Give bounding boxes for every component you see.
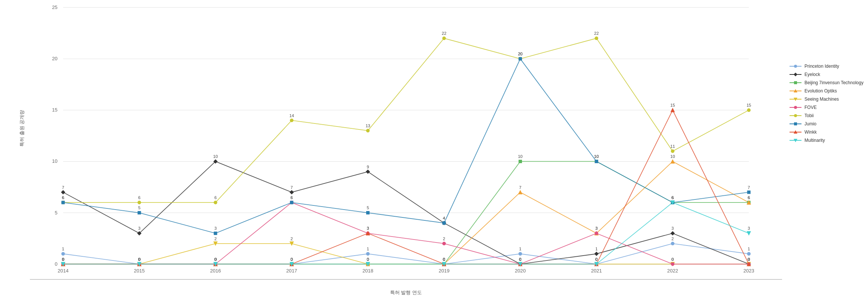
- legend-item: Jumio: [790, 121, 868, 126]
- svg-rect-168: [290, 201, 293, 204]
- svg-marker-225: [794, 73, 797, 76]
- svg-text:0: 0: [748, 257, 750, 262]
- svg-text:0: 0: [519, 257, 521, 262]
- svg-text:22: 22: [442, 31, 446, 36]
- svg-text:0: 0: [214, 257, 217, 262]
- svg-marker-220: [747, 231, 751, 235]
- svg-text:1: 1: [62, 247, 64, 251]
- svg-point-34: [519, 252, 522, 255]
- svg-text:10: 10: [213, 154, 218, 159]
- legend-marker-svg: [790, 80, 801, 85]
- chart-area: 특허 출원 공개량 특허 발행 연도 051015202520142015201…: [30, 7, 782, 280]
- legend-marker-svg: [790, 113, 801, 118]
- svg-text:6: 6: [214, 195, 217, 200]
- svg-text:13: 13: [365, 123, 370, 128]
- legend-label: Seeing Machines: [804, 97, 839, 102]
- legend-marker-svg: [790, 138, 801, 143]
- svg-point-132: [442, 242, 445, 245]
- svg-text:0: 0: [671, 257, 674, 262]
- svg-text:5: 5: [367, 205, 369, 210]
- legend-label: Multinarity: [804, 138, 825, 143]
- x-axis-label: 특허 발행 연도: [390, 289, 422, 296]
- svg-text:20: 20: [52, 56, 58, 61]
- svg-text:7: 7: [748, 185, 750, 190]
- svg-marker-58: [671, 231, 674, 235]
- svg-text:0: 0: [443, 257, 445, 262]
- svg-text:22: 22: [594, 31, 599, 36]
- svg-point-148: [290, 119, 293, 122]
- svg-rect-172: [442, 222, 445, 225]
- svg-text:25: 25: [52, 4, 58, 10]
- legend-item: Eyelock: [790, 72, 868, 77]
- svg-text:1: 1: [367, 247, 369, 251]
- svg-text:2016: 2016: [210, 268, 221, 274]
- svg-text:6: 6: [138, 195, 140, 200]
- svg-point-38: [671, 242, 674, 245]
- svg-point-146: [214, 201, 217, 204]
- svg-text:5: 5: [138, 205, 140, 210]
- svg-rect-227: [794, 81, 797, 84]
- legend-item: Multinarity: [790, 138, 868, 143]
- legend-marker-svg: [790, 64, 801, 69]
- svg-text:0: 0: [367, 257, 369, 262]
- svg-text:2015: 2015: [134, 268, 145, 274]
- svg-marker-42: [61, 190, 65, 194]
- svg-point-150: [367, 129, 370, 132]
- legend-marker-svg: [790, 121, 801, 126]
- legend-marker-svg: [790, 72, 801, 77]
- svg-text:0: 0: [138, 257, 140, 262]
- svg-text:2019: 2019: [439, 268, 450, 274]
- legend-item: Evolution Optiks: [790, 88, 868, 94]
- legend-label: Beijing 7invensun Technology: [804, 80, 864, 85]
- svg-point-158: [671, 150, 674, 153]
- svg-rect-74: [519, 160, 522, 163]
- svg-rect-164: [138, 211, 141, 214]
- svg-text:4: 4: [443, 216, 445, 220]
- svg-text:10: 10: [594, 154, 599, 159]
- svg-text:15: 15: [52, 107, 58, 113]
- svg-rect-176: [595, 160, 598, 163]
- svg-point-156: [595, 37, 598, 40]
- legend-marker-svg: [790, 129, 801, 135]
- legend-item: Beijing 7invensun Technology: [790, 80, 868, 85]
- svg-text:2: 2: [291, 237, 293, 241]
- legend-marker-svg: [790, 97, 801, 102]
- svg-text:20: 20: [518, 52, 522, 56]
- svg-rect-174: [519, 57, 522, 60]
- svg-point-136: [595, 232, 598, 235]
- legend-marker-svg: [790, 88, 801, 94]
- svg-point-144: [138, 201, 141, 204]
- svg-point-22: [62, 252, 65, 255]
- svg-point-40: [747, 252, 750, 255]
- legend-item: Princeton Identity: [790, 64, 868, 69]
- svg-text:3: 3: [214, 226, 217, 231]
- y-axis-label: 특허 출원 공개량: [19, 110, 25, 147]
- legend-label: FOVE: [804, 105, 817, 110]
- legend-label: Eyelock: [804, 72, 820, 77]
- svg-text:15: 15: [670, 103, 675, 107]
- chart-container: 특허 출원 공개량 특허 발행 연도 051015202520142015201…: [0, 0, 868, 302]
- svg-text:6: 6: [748, 195, 750, 200]
- legend-label: Tobii: [804, 113, 814, 118]
- svg-point-30: [367, 252, 370, 255]
- svg-rect-166: [214, 232, 217, 235]
- svg-text:3: 3: [595, 226, 597, 231]
- svg-text:15: 15: [747, 103, 751, 107]
- svg-text:3: 3: [748, 226, 750, 231]
- legend: Princeton IdentityEyelockBeijing 7invens…: [782, 7, 868, 280]
- svg-point-223: [794, 65, 797, 68]
- svg-text:6: 6: [62, 195, 64, 200]
- svg-text:3: 3: [138, 226, 140, 231]
- svg-text:0: 0: [291, 257, 293, 262]
- svg-text:2020: 2020: [515, 268, 526, 274]
- svg-text:2017: 2017: [286, 268, 297, 274]
- svg-text:7: 7: [519, 185, 521, 190]
- svg-text:7: 7: [62, 185, 64, 190]
- chart-svg: 0510152025201420152016201720182019202020…: [30, 7, 782, 279]
- svg-text:0: 0: [595, 257, 597, 262]
- svg-text:10: 10: [670, 154, 675, 159]
- svg-text:3: 3: [367, 226, 369, 231]
- svg-marker-50: [366, 170, 370, 174]
- svg-point-152: [442, 37, 445, 40]
- svg-text:2: 2: [671, 237, 674, 241]
